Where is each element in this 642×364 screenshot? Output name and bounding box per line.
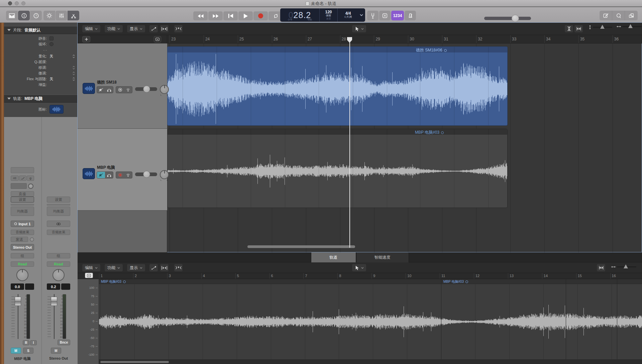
- quick-help-icon[interactable]: ?: [30, 11, 42, 20]
- note-pad-icon[interactable]: [600, 11, 612, 20]
- loop-ring-icon[interactable]: [465, 280, 468, 283]
- automation-mode-button[interactable]: Read: [11, 261, 34, 267]
- audio-region-track1[interactable]: 德胜 SM18#06: [167, 46, 508, 126]
- setting-button[interactable]: 设置: [47, 197, 70, 203]
- waveform-zoom-button[interactable]: [564, 25, 573, 33]
- edit-menu[interactable]: 编辑: [82, 264, 101, 272]
- track-name[interactable]: 德胜 SM18: [97, 80, 117, 85]
- send-knob[interactable]: [30, 237, 34, 242]
- audio-fx-button[interactable]: 音频效果: [11, 230, 34, 235]
- catch-playhead-icon[interactable]: [174, 264, 183, 272]
- volume-value[interactable]: 0.0: [11, 283, 24, 290]
- quantize-stepper-icon[interactable]: [73, 54, 75, 58]
- track-volume-slider[interactable]: [135, 172, 157, 176]
- track-header-2[interactable]: MBP 电脑 LR: [78, 129, 167, 211]
- catch-playhead-icon[interactable]: [174, 25, 183, 33]
- eq-button[interactable]: 均衡器: [11, 207, 34, 216]
- track-header-config-button[interactable]: [154, 36, 161, 42]
- finetune-stepper-icon[interactable]: [73, 72, 75, 75]
- loop-ring-icon[interactable]: [441, 131, 444, 134]
- input-monitor-icon[interactable]: [124, 172, 132, 178]
- cancel-x-icon[interactable]: [379, 11, 391, 20]
- mute-track-icon[interactable]: [97, 172, 105, 178]
- quantize-value[interactable]: 关: [49, 54, 53, 59]
- edit-menu[interactable]: 编辑: [82, 25, 101, 33]
- smart-controls-icon[interactable]: [43, 11, 55, 20]
- functions-menu[interactable]: 功能: [104, 264, 123, 272]
- loop-checkbox[interactable]: [49, 42, 54, 46]
- horizontal-zoom-thumb[interactable]: [628, 24, 633, 28]
- mute-button[interactable]: M: [51, 348, 61, 354]
- send-button[interactable]: 发送: [11, 237, 28, 242]
- region-inspector-header[interactable]: 片段: 音频默认: [4, 26, 78, 34]
- lcd-tempo[interactable]: 120 保留 速度: [320, 8, 338, 22]
- pointer-tool-menu[interactable]: [352, 264, 366, 272]
- functions-menu[interactable]: 功能: [104, 25, 123, 33]
- automation-icon[interactable]: [149, 264, 158, 272]
- bounce-button[interactable]: Bnce: [58, 340, 70, 345]
- track-inspector-header[interactable]: 轨道: MBP 电脑: [4, 95, 78, 103]
- mute-track-icon[interactable]: [97, 87, 105, 93]
- automation-icon[interactable]: [149, 25, 158, 33]
- audio-fx-button[interactable]: 音频效果: [47, 230, 70, 235]
- editor-bar-ruler[interactable]: 12345678910111213141516: [78, 273, 642, 279]
- input-button[interactable]: Input 1: [11, 221, 34, 227]
- solo-button[interactable]: S: [23, 348, 33, 354]
- flex-stepper-icon[interactable]: [73, 77, 75, 81]
- input-gain-knob[interactable]: [28, 184, 33, 189]
- vertical-zoom-thumb[interactable]: [600, 25, 605, 29]
- flex-value[interactable]: 关: [49, 77, 53, 82]
- loop-ring-icon[interactable]: [444, 49, 447, 52]
- horizontal-zoom-control[interactable]: [611, 265, 636, 268]
- editor-scrollbar[interactable]: [100, 361, 169, 363]
- audio-track-icon[interactable]: [83, 168, 95, 179]
- fit-horizontal-button[interactable]: [574, 25, 583, 33]
- track-volume-slider[interactable]: [135, 87, 157, 91]
- audio-region-track2[interactable]: MBP 电脑#03: [167, 129, 508, 208]
- lcd-position[interactable]: 028.2 小节节拍: [280, 8, 320, 22]
- fader-track[interactable]: [51, 294, 58, 339]
- view-menu[interactable]: 显示: [127, 264, 145, 272]
- eq-button[interactable]: 均衡器: [47, 207, 70, 216]
- phase-button[interactable]: φ: [27, 175, 34, 181]
- record-enable-icon[interactable]: [116, 172, 124, 178]
- volume-value[interactable]: 0.2: [47, 283, 60, 290]
- fit-horizontal-button[interactable]: [597, 264, 606, 272]
- flex-icon[interactable]: [160, 264, 169, 272]
- master-volume-knob[interactable]: [512, 15, 519, 22]
- track-volume-knob[interactable]: [143, 86, 150, 93]
- fader-cap[interactable]: [15, 297, 21, 306]
- group-button[interactable]: 组: [47, 253, 70, 258]
- gain-display[interactable]: [11, 183, 27, 189]
- lcd-key-signature[interactable]: 4/4 C大调: [338, 8, 358, 22]
- add-track-button[interactable]: [82, 36, 90, 42]
- disclosure-triangle-icon[interactable]: [7, 29, 11, 31]
- mute-button[interactable]: M: [11, 348, 21, 354]
- pointer-tool-menu[interactable]: [352, 25, 366, 33]
- play-button[interactable]: [238, 11, 253, 20]
- input-monitor-button[interactable]: I: [30, 340, 37, 345]
- record-button[interactable]: [253, 11, 268, 20]
- output-button[interactable]: Stereo Out: [11, 244, 34, 250]
- editor-region[interactable]: MBP 电脑#03 MBP 电脑#03: [99, 279, 642, 359]
- horizontal-zoom-thumb[interactable]: [624, 264, 628, 268]
- track-pan-knob[interactable]: LR: [160, 170, 169, 179]
- disclosure-triangle-icon[interactable]: [7, 98, 11, 100]
- vertical-zoom-slider[interactable]: [593, 27, 612, 28]
- track-volume-knob[interactable]: [143, 171, 150, 178]
- vertical-zoom-control[interactable]: [588, 25, 612, 29]
- library-icon[interactable]: [6, 11, 18, 20]
- rewind-button[interactable]: [193, 11, 208, 20]
- audio-device-field[interactable]: [11, 167, 34, 173]
- transpose-stepper-icon[interactable]: [73, 66, 75, 70]
- master-volume-slider[interactable]: [484, 17, 531, 20]
- media-browser-icon[interactable]: [625, 11, 638, 20]
- horizontal-zoom-control[interactable]: [617, 25, 642, 28]
- editors-scissors-icon[interactable]: [68, 11, 79, 20]
- setting-button[interactable]: 设置: [11, 197, 34, 203]
- fader-track[interactable]: [15, 294, 21, 339]
- view-menu[interactable]: 显示: [127, 25, 145, 33]
- tuner-fork-icon[interactable]: [367, 11, 379, 20]
- metronome-icon[interactable]: [405, 11, 416, 20]
- gain-48-button[interactable]: 48: [11, 175, 19, 181]
